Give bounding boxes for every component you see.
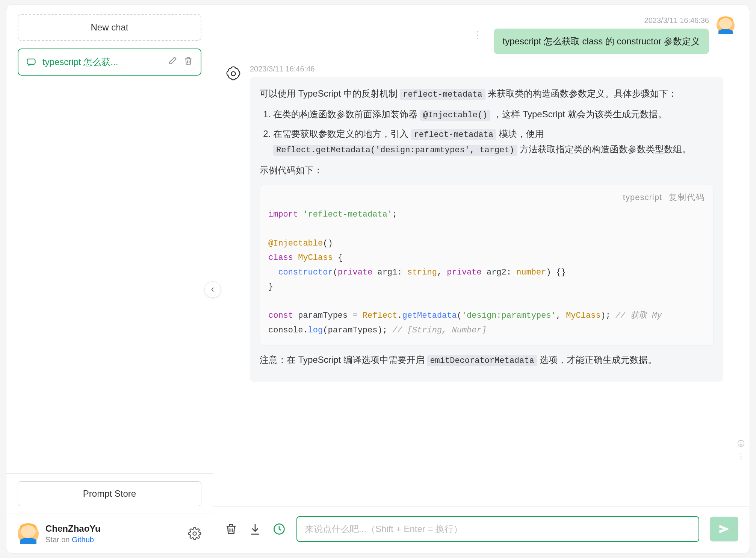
assistant-avatar bbox=[224, 65, 242, 83]
user-msg-bubble: typescript 怎么获取 class 的 constructor 参数定义 bbox=[494, 29, 709, 54]
settings-icon[interactable] bbox=[188, 527, 201, 540]
svg-point-2 bbox=[231, 72, 236, 76]
app-window: New chat typescript 怎么获... Prompt Store bbox=[6, 5, 750, 553]
inline-code: emitDecoratorMetadata bbox=[427, 355, 537, 366]
code-header: typescript 复制代码 bbox=[260, 185, 713, 204]
inline-code: Reflect.getMetadata('design:paramtypes',… bbox=[273, 145, 517, 156]
svg-point-1 bbox=[193, 532, 197, 535]
sidebar-bottom: Prompt Store ChenZhaoYu Star on Github bbox=[6, 473, 213, 553]
chat-item-actions bbox=[168, 56, 193, 68]
step-2: 在需要获取参数定义的地方，引入 reflect-metadata 模块，使用 R… bbox=[273, 126, 714, 158]
user-avatar bbox=[18, 523, 39, 544]
chat-item-title: typescript 怎么获... bbox=[42, 56, 162, 68]
user-message: 2023/3/11 16:46:36 typescript 怎么获取 class… bbox=[224, 16, 735, 54]
input-bar bbox=[213, 506, 750, 553]
example-label: 示例代码如下： bbox=[260, 163, 714, 178]
scroll-indicator: ⋮ bbox=[737, 439, 745, 461]
scroll-compass-icon bbox=[737, 439, 745, 447]
code-body: import 'reflect-metadata'; @Injectable()… bbox=[260, 205, 713, 346]
sidebar: New chat typescript 怎么获... Prompt Store bbox=[6, 5, 213, 553]
history-icon[interactable] bbox=[272, 522, 286, 536]
step-1: 在类的构造函数参数前面添加装饰器 @Injectable() ，这样 TypeS… bbox=[273, 107, 714, 122]
message-menu-icon[interactable]: ⋮ bbox=[473, 29, 482, 41]
assistant-msg-bubble: 可以使用 TypeScript 中的反射机制 reflect-metadata … bbox=[250, 77, 723, 382]
chat-icon bbox=[26, 57, 36, 67]
clear-history-icon[interactable] bbox=[224, 522, 238, 536]
inline-code: @Injectable() bbox=[420, 110, 491, 121]
edit-icon[interactable] bbox=[168, 56, 177, 68]
sidebar-top: New chat typescript 怎么获... bbox=[6, 5, 213, 473]
steps-list: 在类的构造函数参数前面添加装饰器 @Injectable() ，这样 TypeS… bbox=[260, 107, 714, 157]
send-button[interactable] bbox=[710, 517, 738, 541]
github-link[interactable]: Github bbox=[72, 535, 94, 544]
inline-code: reflect-metadata bbox=[411, 129, 496, 140]
user-row: ChenZhaoYu Star on Github bbox=[6, 514, 213, 553]
messages-list[interactable]: 2023/3/11 16:46:36 typescript 怎么获取 class… bbox=[213, 5, 750, 506]
delete-icon[interactable] bbox=[183, 56, 193, 68]
export-icon[interactable] bbox=[248, 522, 262, 536]
user-sub-prefix: Star on bbox=[45, 535, 72, 544]
message-input[interactable] bbox=[296, 516, 699, 542]
new-chat-button[interactable]: New chat bbox=[18, 14, 201, 41]
collapse-sidebar-button[interactable] bbox=[204, 281, 221, 298]
code-lang-label: typescript bbox=[623, 190, 662, 204]
chat-list-item[interactable]: typescript 怎么获... bbox=[18, 49, 201, 76]
note-paragraph: 注意：在 TypeScript 编译选项中需要开启 emitDecoratorM… bbox=[260, 352, 714, 368]
main-area: 2023/3/11 16:46:36 typescript 怎么获取 class… bbox=[213, 5, 750, 553]
scroll-dots-icon[interactable]: ⋮ bbox=[737, 451, 745, 461]
inline-code: reflect-metadata bbox=[400, 89, 485, 100]
user-info: ChenZhaoYu Star on Github bbox=[45, 523, 181, 544]
user-name: ChenZhaoYu bbox=[45, 523, 181, 534]
assistant-message: 2023/3/11 16:46:46 可以使用 TypeScript 中的反射机… bbox=[224, 65, 735, 382]
prompt-store-button[interactable]: Prompt Store bbox=[18, 481, 201, 506]
intro-paragraph: 可以使用 TypeScript 中的反射机制 reflect-metadata … bbox=[260, 86, 714, 102]
user-msg-time: 2023/3/11 16:46:36 bbox=[644, 16, 709, 25]
user-msg-avatar bbox=[717, 16, 735, 34]
code-block: typescript 复制代码 import 'reflect-metadata… bbox=[260, 185, 714, 346]
copy-code-button[interactable]: 复制代码 bbox=[669, 190, 705, 204]
user-subtitle: Star on Github bbox=[45, 535, 181, 544]
assistant-msg-time: 2023/3/11 16:46:46 bbox=[250, 65, 723, 73]
svg-rect-0 bbox=[27, 59, 35, 64]
